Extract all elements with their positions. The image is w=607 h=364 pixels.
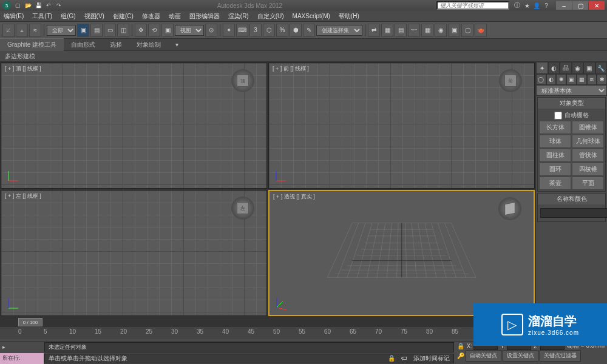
ribbon-expand-icon[interactable]: ▾ (168, 39, 186, 50)
selection-filter[interactable]: 全部 (47, 25, 76, 36)
viewcube[interactable]: 前 (499, 69, 522, 92)
layers-icon[interactable]: ▤ (395, 24, 407, 37)
pivot-icon[interactable]: ⊙ (205, 24, 217, 37)
angle-snap-icon[interactable]: ⬡ (263, 24, 275, 37)
script-mini[interactable]: ▸ (0, 342, 44, 353)
menu-grapheditors[interactable]: 图形编辑器 (189, 12, 220, 21)
rollout-object-type[interactable]: 对象类型 (538, 98, 605, 109)
menu-help[interactable]: 帮助(H) (339, 12, 359, 21)
viewcube[interactable]: 左 (231, 197, 254, 220)
primitive-sphere[interactable]: 球体 (539, 135, 571, 148)
menu-create[interactable]: 创建(C) (113, 12, 134, 21)
star-icon[interactable]: ★ (523, 1, 531, 10)
viewport-label[interactable]: [ + ] 前 [] 线框 ] (273, 65, 309, 73)
spinner-snap-icon[interactable]: ⬢ (290, 24, 302, 37)
help-search-input[interactable] (436, 1, 509, 10)
autokey-button[interactable]: 自动关键点 (466, 350, 501, 362)
menu-rendering[interactable]: 渲染(R) (228, 12, 249, 21)
schematic-icon[interactable]: ▦ (421, 24, 433, 37)
geometry-icon[interactable]: ◯ (536, 74, 546, 85)
viewcube[interactable]: 顶 (231, 69, 254, 92)
viewport-top[interactable]: [ + ] 顶 [] 线框 ] 顶 (1, 62, 267, 189)
rotate-icon[interactable]: ⟲ (148, 24, 160, 37)
lock-selection-icon[interactable]: 🔒 (457, 343, 464, 349)
spacewarps-icon[interactable]: ≋ (587, 74, 597, 85)
primitive-cone[interactable]: 圆锥体 (572, 121, 604, 134)
keyfilter-button[interactable]: 关键点过滤器 (540, 350, 581, 362)
new-icon[interactable]: ▢ (13, 1, 22, 10)
menu-tools[interactable]: 工具(T) (32, 12, 52, 21)
tab-freeform[interactable]: 自由形式 (64, 39, 103, 51)
category-dropdown[interactable]: 标准基本体 (536, 85, 607, 96)
addmark-icon[interactable]: 🏷 (401, 355, 407, 362)
create-tab-icon[interactable]: ✦ (536, 62, 548, 74)
select-name-icon[interactable]: ▤ (90, 24, 103, 37)
percent-snap-icon[interactable]: % (276, 24, 288, 37)
unlink-icon[interactable]: ⟁ (16, 24, 28, 37)
help-icon[interactable]: ? (542, 1, 551, 10)
redo-icon[interactable]: ↷ (55, 1, 63, 10)
menu-modifiers[interactable]: 修改器 (142, 12, 160, 21)
snap-icon[interactable]: 3 (249, 24, 262, 37)
curve-editor-icon[interactable]: 〰 (408, 24, 420, 37)
mirror-icon[interactable]: ⇄ (368, 24, 380, 37)
save-icon[interactable]: 💾 (34, 1, 42, 10)
tab-selection[interactable]: 选择 (103, 39, 129, 51)
render-icon[interactable]: 🫖 (475, 24, 487, 37)
scale-icon[interactable]: ▣ (161, 24, 174, 37)
menu-animation[interactable]: 动画 (169, 12, 181, 21)
primitive-pyramid[interactable]: 四棱锥 (572, 163, 604, 176)
render-setup-icon[interactable]: ▣ (448, 24, 460, 37)
lock-icon[interactable]: 🔒 (388, 355, 395, 362)
window-crossing-icon[interactable]: ◫ (117, 24, 129, 37)
hierarchy-tab-icon[interactable]: 品 (560, 62, 572, 74)
select-rect-icon[interactable]: ▭ (104, 24, 116, 37)
modify-tab-icon[interactable]: ◐ (548, 62, 560, 74)
primitive-plane[interactable]: 平面 (572, 177, 604, 190)
shapes-icon[interactable]: ◐ (546, 74, 557, 85)
viewport-left[interactable]: [ + ] 左 [] 线框 ] 左 (1, 190, 267, 316)
cameras-icon[interactable]: ▣ (566, 74, 577, 85)
tab-objectpaint[interactable]: 对象绘制 (129, 39, 168, 51)
link-icon[interactable]: ⟀ (2, 24, 15, 37)
info-icon[interactable]: ⓘ (513, 1, 521, 10)
lights-icon[interactable]: ✺ (556, 74, 566, 85)
align-icon[interactable]: ▦ (381, 24, 393, 37)
menu-customize[interactable]: 自定义(U) (257, 12, 284, 21)
helpers-icon[interactable]: ▦ (577, 74, 587, 85)
close-button[interactable]: ✕ (589, 1, 605, 10)
viewport-front[interactable]: [ + ] 前 [] 线框 ] 前 (268, 62, 535, 189)
tab-graphite[interactable]: Graphite 建模工具 (0, 38, 64, 51)
setkey-button[interactable]: 设置关键点 (503, 350, 538, 362)
undo-icon[interactable]: ↶ (44, 1, 53, 10)
minimize-button[interactable]: – (556, 1, 572, 10)
menu-views[interactable]: 视图(V) (84, 12, 104, 21)
display-tab-icon[interactable]: ▣ (583, 62, 595, 74)
open-icon[interactable]: 📂 (24, 1, 32, 10)
edit-set-icon[interactable]: ✎ (303, 24, 315, 37)
bind-icon[interactable]: ≈ (29, 24, 41, 37)
primitive-cylinder[interactable]: 圆柱体 (539, 149, 571, 162)
primitive-geosphere[interactable]: 几何球体 (572, 135, 604, 148)
menu-edit[interactable]: 编辑(E) (4, 12, 24, 21)
user-icon[interactable]: 👤 (532, 1, 541, 10)
move-icon[interactable]: ✥ (135, 24, 147, 37)
viewport-perspective[interactable]: [ + ] 透视 [] 真实 ] (268, 190, 535, 316)
rollout-name-color[interactable]: 名称和颜色 (538, 194, 605, 204)
primitive-box[interactable]: 长方体 (539, 121, 571, 134)
menu-maxscript[interactable]: MAXScript(M) (293, 13, 330, 19)
object-name-input[interactable] (540, 208, 607, 218)
primitive-tube[interactable]: 管状体 (572, 149, 604, 162)
ref-coord-system[interactable]: 视图 (175, 25, 204, 36)
motion-tab-icon[interactable]: ◉ (572, 62, 584, 74)
viewcube[interactable] (498, 197, 521, 220)
time-slider-handle[interactable]: 0 / 100 (18, 318, 42, 326)
autogrid-checkbox[interactable] (554, 112, 562, 120)
maximize-button[interactable]: ▢ (572, 1, 588, 10)
key-icon[interactable]: 🔑 (457, 352, 464, 359)
material-icon[interactable]: ◉ (435, 24, 447, 37)
systems-icon[interactable]: ✱ (597, 74, 607, 85)
app-icon[interactable]: 3 (2, 1, 11, 10)
select-icon[interactable]: ▣ (77, 24, 89, 37)
manip-icon[interactable]: ✦ (223, 24, 235, 37)
